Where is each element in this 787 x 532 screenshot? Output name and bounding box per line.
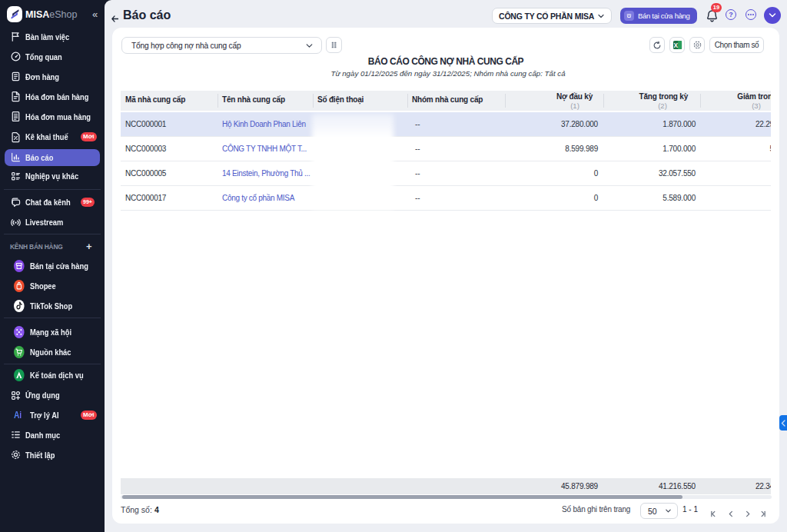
svg-text:X: X	[673, 42, 678, 49]
